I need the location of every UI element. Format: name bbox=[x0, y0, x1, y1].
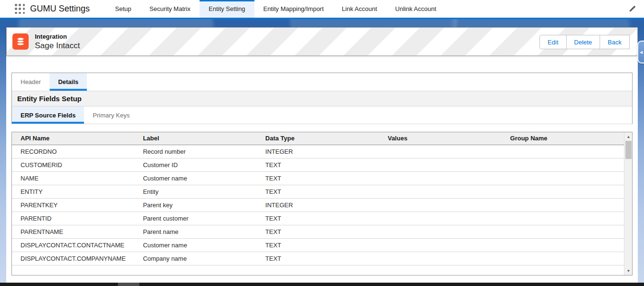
cell-group-name bbox=[502, 185, 624, 198]
scroll-up-icon[interactable]: ▲ bbox=[624, 133, 633, 140]
cell-group-name bbox=[502, 198, 624, 212]
cell-group-name bbox=[502, 145, 624, 158]
sub-tab-label: ERP Source Fields bbox=[21, 112, 75, 119]
cell-data-type: INTEGER bbox=[257, 198, 379, 212]
nav-tab-label: Entity Mapping/Import bbox=[264, 5, 324, 12]
nav-tab[interactable]: Setup bbox=[106, 0, 140, 18]
fields-table: API NameLabelData TypeValuesGroup Name R… bbox=[12, 132, 624, 265]
cell-label: Customer name bbox=[134, 238, 256, 252]
table-vertical-scrollbar[interactable]: ▲ ▼ bbox=[624, 132, 632, 275]
nav-tab-label: Entity Setting bbox=[209, 5, 245, 12]
sub-tab[interactable]: ERP Source Fields bbox=[12, 106, 84, 124]
cell-values bbox=[379, 212, 501, 225]
collapse-panel-button[interactable]: ◀ bbox=[637, 41, 644, 64]
field-sub-tabs: ERP Source Fields Primary Keys bbox=[12, 106, 632, 124]
cell-label: Parent customer bbox=[134, 212, 256, 225]
sub-tab-label: Primary Keys bbox=[93, 112, 129, 119]
record-header-card: Integration Sage Intacct EditDeleteBack bbox=[6, 27, 638, 56]
cell-values bbox=[379, 145, 501, 158]
table-row: DISPLAYCONTACT.COMPANYNAME Company name … bbox=[12, 252, 624, 265]
section-title: Entity Fields Setup bbox=[12, 91, 632, 106]
column-header: Values bbox=[379, 132, 501, 145]
column-header: Group Name bbox=[502, 132, 624, 145]
column-header: Label bbox=[134, 132, 256, 145]
record-action-button[interactable]: Back bbox=[600, 35, 630, 49]
nav-tab[interactable]: Entity Mapping/Import bbox=[254, 0, 333, 18]
table-row: DISPLAYCONTACT.CONTACTNAME Customer name… bbox=[12, 238, 624, 252]
cell-group-name bbox=[502, 238, 624, 252]
detail-tab-label: Details bbox=[58, 78, 79, 85]
pencil-icon[interactable] bbox=[628, 5, 636, 13]
cell-label: Parent name bbox=[134, 225, 256, 238]
theme-band-left bbox=[0, 27, 6, 283]
cell-label: Record number bbox=[134, 145, 256, 158]
detail-tab[interactable]: Details bbox=[50, 73, 87, 91]
cell-api-name: NAME bbox=[12, 171, 134, 185]
cell-api-name: RECORDNO bbox=[12, 145, 134, 158]
table-row: PARENTKEY Parent key INTEGER bbox=[12, 198, 624, 212]
record-action-button[interactable]: Delete bbox=[567, 35, 601, 49]
cell-data-type: INTEGER bbox=[257, 145, 379, 158]
top-navigation-bar: GUMU Settings Setup Security Matrix Enti… bbox=[0, 0, 644, 18]
detail-tabs: Header Details bbox=[12, 73, 632, 91]
cell-group-name bbox=[502, 212, 624, 225]
record-name: Sage Intacct bbox=[35, 41, 80, 51]
cell-data-type: TEXT bbox=[257, 185, 379, 198]
nav-tab-label: Link Account bbox=[342, 5, 377, 12]
cell-values bbox=[379, 198, 501, 212]
nav-tab[interactable]: Unlink Account bbox=[386, 0, 445, 18]
nav-tab[interactable]: Link Account bbox=[333, 0, 386, 18]
detail-tab-label: Header bbox=[21, 78, 41, 85]
theme-banner bbox=[0, 19, 644, 27]
cell-data-type: TEXT bbox=[257, 158, 379, 171]
table-row: NAME Customer name TEXT bbox=[12, 171, 624, 185]
cell-values bbox=[379, 158, 501, 171]
cell-group-name bbox=[502, 252, 624, 265]
cell-group-name bbox=[502, 171, 624, 185]
cell-values bbox=[379, 225, 501, 238]
fields-table-container: API NameLabelData TypeValuesGroup Name R… bbox=[11, 132, 633, 275]
nav-tabs: Setup Security Matrix Entity Setting Ent… bbox=[106, 0, 445, 18]
theme-band-right bbox=[638, 27, 644, 283]
nav-tab[interactable]: Entity Setting bbox=[200, 0, 254, 18]
app-launcher-icon[interactable] bbox=[15, 4, 25, 14]
sub-tab[interactable]: Primary Keys bbox=[84, 106, 138, 124]
record-heading: Integration Sage Intacct bbox=[35, 33, 80, 51]
record-action-buttons: EditDeleteBack bbox=[539, 35, 630, 49]
table-row: PARENTNAME Parent name TEXT bbox=[12, 225, 624, 238]
cell-api-name: CUSTOMERID bbox=[12, 158, 134, 171]
table-header-row: API NameLabelData TypeValuesGroup Name bbox=[12, 132, 624, 145]
integration-database-icon bbox=[12, 33, 29, 50]
cell-label: Customer name bbox=[134, 171, 256, 185]
cell-api-name: PARENTID bbox=[12, 212, 134, 225]
app-window: GUMU Settings Setup Security Matrix Enti… bbox=[0, 0, 644, 286]
cell-values bbox=[379, 238, 501, 252]
table-row: ENTITY Entity TEXT bbox=[12, 185, 624, 198]
nav-tab[interactable]: Security Matrix bbox=[140, 0, 200, 18]
cell-label: Entity bbox=[134, 185, 256, 198]
cell-label: Parent key bbox=[134, 198, 256, 212]
record-type-label: Integration bbox=[35, 33, 80, 41]
cell-data-type: TEXT bbox=[257, 225, 379, 238]
cell-group-name bbox=[502, 158, 624, 171]
record-action-button[interactable]: Edit bbox=[539, 35, 566, 49]
cell-values bbox=[379, 252, 501, 265]
table-row: CUSTOMERID Customer ID TEXT bbox=[12, 158, 624, 171]
cell-label: Company name bbox=[134, 252, 256, 265]
window-horizontal-scrollbar[interactable] bbox=[0, 283, 644, 286]
scrollbar-thumb[interactable] bbox=[625, 141, 632, 159]
cell-api-name: PARENTKEY bbox=[12, 198, 134, 212]
chevron-left-icon: ◀ bbox=[640, 50, 643, 54]
cell-data-type: TEXT bbox=[257, 238, 379, 252]
scroll-down-icon[interactable]: ▼ bbox=[624, 267, 633, 275]
fields-table-scroll-area: API NameLabelData TypeValuesGroup Name R… bbox=[12, 132, 624, 275]
cell-api-name: ENTITY bbox=[12, 185, 134, 198]
cell-values bbox=[379, 171, 501, 185]
cell-data-type: TEXT bbox=[257, 171, 379, 185]
cell-data-type: TEXT bbox=[257, 252, 379, 265]
column-header: Data Type bbox=[257, 132, 379, 145]
cell-api-name: DISPLAYCONTACT.COMPANYNAME bbox=[12, 252, 134, 265]
horizontal-scrollbar-thumb[interactable] bbox=[118, 283, 139, 286]
detail-tab[interactable]: Header bbox=[12, 73, 50, 91]
cell-api-name: DISPLAYCONTACT.CONTACTNAME bbox=[12, 238, 134, 252]
